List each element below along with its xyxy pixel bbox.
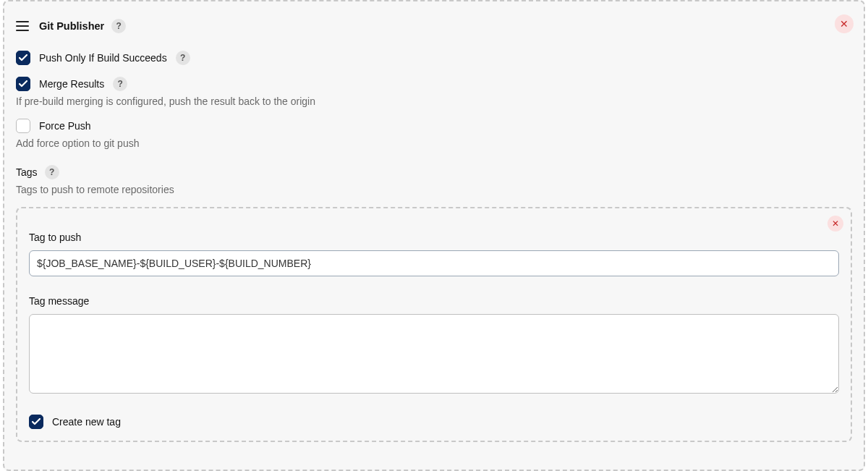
tag-to-push-input[interactable] — [29, 250, 839, 276]
tag-message-textarea[interactable] — [29, 314, 839, 394]
close-icon: ✕ — [832, 219, 839, 228]
remove-tag-button[interactable]: ✕ — [827, 216, 843, 232]
panel-title: Git Publisher — [39, 20, 104, 32]
merge-results-label: Merge Results — [39, 78, 104, 90]
tags-label: Tags — [16, 166, 38, 178]
panel-header: Git Publisher ? — [16, 1, 852, 39]
help-icon[interactable]: ? — [45, 165, 59, 179]
push-only-checkbox[interactable] — [16, 51, 30, 65]
option-create-new-tag: Create new tag — [29, 415, 839, 429]
tag-to-push-label: Tag to push — [29, 232, 839, 243]
option-merge-results: Merge Results ? If pre-build merging is … — [16, 77, 852, 107]
option-push-only-if-build-succeeds: Push Only If Build Succeeds ? — [16, 51, 852, 65]
tag-entry-panel: ✕ Tag to push Tag message Create new tag — [16, 207, 852, 442]
help-icon[interactable]: ? — [113, 77, 127, 91]
git-publisher-panel: ✕ Git Publisher ? Push Only If Build Suc… — [3, 0, 865, 471]
close-icon: ✕ — [840, 19, 848, 29]
tags-description: Tags to push to remote repositories — [16, 184, 852, 195]
tag-message-label: Tag message — [29, 295, 839, 307]
force-push-description: Add force option to git push — [16, 137, 852, 149]
close-panel-button[interactable]: ✕ — [835, 14, 854, 33]
help-icon[interactable]: ? — [176, 51, 190, 65]
option-force-push: Force Push Add force option to git push — [16, 119, 852, 149]
help-icon[interactable]: ? — [111, 19, 126, 33]
tags-section-header: Tags ? — [16, 165, 852, 179]
merge-results-checkbox[interactable] — [16, 77, 30, 91]
create-new-tag-checkbox[interactable] — [29, 415, 43, 429]
push-only-label: Push Only If Build Succeeds — [39, 52, 167, 64]
drag-handle-icon[interactable] — [16, 21, 29, 31]
create-new-tag-label: Create new tag — [52, 416, 121, 428]
force-push-label: Force Push — [39, 120, 91, 132]
merge-results-description: If pre-build merging is configured, push… — [16, 96, 852, 107]
force-push-checkbox[interactable] — [16, 119, 30, 133]
